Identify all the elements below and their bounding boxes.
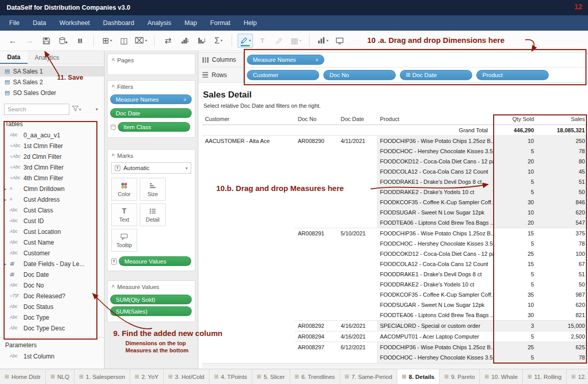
sheet-tab[interactable]: ⊞ 12. To [567,369,588,384]
rows-shelf[interactable]: ⊞ Customer ≡ ⊞ Doc No ≡ ⊞ Do [243,67,588,83]
table-cell[interactable]: 625 [542,342,588,353]
measure-values-pill[interactable]: Measure Values [119,256,191,266]
table-cell[interactable]: 20 [493,218,542,228]
sheet-tab[interactable]: ⊞ 1. Salesperson [74,369,130,384]
sheet-tab[interactable]: ⊞ NLQ [46,369,74,384]
table-cell[interactable]: FOODCOKD12 - Coca-Cola Diet Cans - 12 pa… [377,156,493,166]
table-cell[interactable]: FOODSUGAR - Sweet N Low Sugar 12pk [377,207,493,218]
table-cell[interactable]: 821 [542,310,588,321]
table-cell[interactable]: 10 [493,166,542,177]
pause-auto-updates-button[interactable] [72,34,88,48]
sheet-tab[interactable]: ⊞ 4. TPoints [210,369,252,384]
presentation-mode-button[interactable] [332,34,347,48]
panel-tab[interactable]: Data [0,51,28,64]
field-row[interactable]: Abc Doc Type [0,312,104,323]
sheet-tab[interactable]: ⊞ 2. YoY [130,369,164,384]
show-hide-cards-button[interactable]: ▾ [315,34,330,48]
columns-shelf[interactable]: ⊞ Measure Names ≡ [243,52,588,67]
column-header[interactable]: Qty Sold [493,113,542,125]
menu-item[interactable]: Dashboard [96,15,141,31]
field-row[interactable]: Abc Doc Type Desc [0,323,104,333]
table-cell[interactable]: 5 [493,177,542,187]
tooltip-button[interactable]: Tooltip [111,229,137,252]
table-cell[interactable]: 250 [542,136,588,147]
color-button[interactable]: Color [111,178,137,201]
table-cell[interactable]: FOODKCOF35 - Coffee K-Cup Sampler Coff.. [377,290,493,300]
table-cell[interactable]: 4/16/2021 [338,321,377,331]
field-row[interactable]: Abc Doc No [0,280,104,291]
field-row[interactable]: Abc Cust Location [0,226,104,237]
table-cell[interactable]: 78 [542,352,588,363]
table-cell[interactable]: AR008291 [295,228,338,321]
highlight-button[interactable]: ▾ [238,34,253,48]
table-cell[interactable]: 846 [542,197,588,207]
measure-pill[interactable]: SUM(Qty Sold) [110,295,192,304]
table-cell[interactable]: 35 [493,290,542,300]
menu-item[interactable]: File [3,15,26,31]
table-cell[interactable]: FOODDRAKE2 - Drake's Yodels 10 ct [377,187,493,197]
table-cell[interactable]: 4/16/2021 [338,331,377,342]
table-cell[interactable]: FOODDRAKE1 - Drake's Devil Dogs 8 ct [377,269,493,279]
table-cell[interactable]: 5 [493,352,542,363]
menu-item[interactable]: Format [203,15,237,31]
sheet-tab[interactable]: ⊞ 5. Slicer [252,369,290,384]
table-cell[interactable]: FOODKCOF35 - Coffee K-Cup Sampler Coff.. [377,197,493,207]
column-header[interactable]: Customer [202,113,295,125]
field-row[interactable]: ▸ ≡ Clmn Drilldown [0,183,104,194]
table-cell[interactable]: 10 [493,300,542,310]
field-row[interactable]: =Abc 2d Clmn Filter [0,151,104,162]
table-cell[interactable]: AR008290 [295,136,338,228]
table-cell[interactable]: 5 [493,269,542,279]
sheet-tab[interactable]: ⊞ 6. Trendlines [290,369,340,384]
totals-button[interactable]: Σ▾ [211,34,226,48]
field-row[interactable]: ▸ ≡ Cust Address [0,194,104,205]
sheet-tab[interactable]: ⊞ 8. Details [397,369,440,384]
table-cell[interactable]: FOODTEA06 - Liptons Cold Brew Tea Bags .… [377,218,493,228]
table-cell[interactable]: 6/12/2021 [338,342,377,364]
table-cell[interactable]: FOODCHOC - Hershey Chocolate Kisses 3.5.… [377,238,493,249]
field-row[interactable]: Abc Cust Name [0,237,104,248]
table-cell[interactable]: 100 [542,249,588,259]
table-cell[interactable]: FOODDRAKE2 - Drake's Yodels 10 ct [377,279,493,290]
menu-item[interactable]: Map [178,15,203,31]
filter-funnel-button[interactable]: ▾ [72,105,81,113]
rows-pill[interactable]: ⊞ Product ≡ [476,70,549,80]
columns-pill[interactable]: ⊞ Measure Names ≡ [247,55,324,65]
table-cell[interactable]: FOODDRAKE1 - Drake's Devil Dogs 8 ct [377,177,493,187]
table-cell[interactable]: 5/10/2021 [338,228,377,321]
field-row[interactable]: ▸ ▦ Date Fields - Day Le... [0,258,104,269]
clear-sheet-button[interactable]: ⌧▾ [133,34,148,48]
table-cell[interactable]: 5 [493,238,542,249]
table-cell[interactable]: 30 [493,197,542,207]
menu-item[interactable]: Worksheet [53,15,97,31]
field-row[interactable]: Abc Cust ID [0,215,104,226]
table-cell[interactable]: FOODSUGAR - Sweet N Low Sugar 12pk [377,300,493,310]
table-cell[interactable]: 15 [493,259,542,269]
table-cell[interactable]: AR008292 [295,321,338,331]
format-button[interactable] [271,34,287,48]
field-row[interactable]: Abc 0_aa_acu_v1 [0,130,104,140]
rows-pill[interactable]: ⊞ Customer ≡ [247,70,319,80]
field-row[interactable]: =Abc 1st Clmn Filter [0,140,104,151]
field-row[interactable]: =Abc 3rd Clmn Filter [0,162,104,173]
column-header[interactable]: Doc Date [338,113,377,125]
table-cell[interactable]: 10 [493,207,542,218]
filter-pill[interactable]: Item Class ≡ [118,122,190,132]
show-mark-labels-button[interactable]: T [254,34,270,48]
sort-ascending-button[interactable] [177,34,192,48]
field-row[interactable]: =Abc 4th Clmn Filter [0,173,104,183]
field-row[interactable]: Abc Doc Status [0,301,104,312]
field-row[interactable]: Abc Cust Class [0,205,104,215]
table-cell[interactable]: 987 [542,290,588,300]
table-cell[interactable]: 3 [493,321,542,331]
table-cell[interactable]: FOODTEA06 - Liptons Cold Brew Tea Bags .… [377,310,493,321]
table-cell[interactable]: 375 [542,228,588,239]
new-worksheet-button[interactable]: ⊞▾ [99,34,115,48]
mark-type-dropdown[interactable]: T Automatic ▾ [111,162,191,174]
sheet-tab[interactable]: ⊞ 9. Pareto [440,369,480,384]
new-data-source-button[interactable] [56,34,71,48]
table-cell[interactable]: 50 [542,187,588,197]
table-cell[interactable]: 2,500 [542,331,588,342]
table-cell[interactable]: 20 [493,156,542,166]
data-source-row[interactable]: ▤ SA Sales 1 [0,66,104,77]
